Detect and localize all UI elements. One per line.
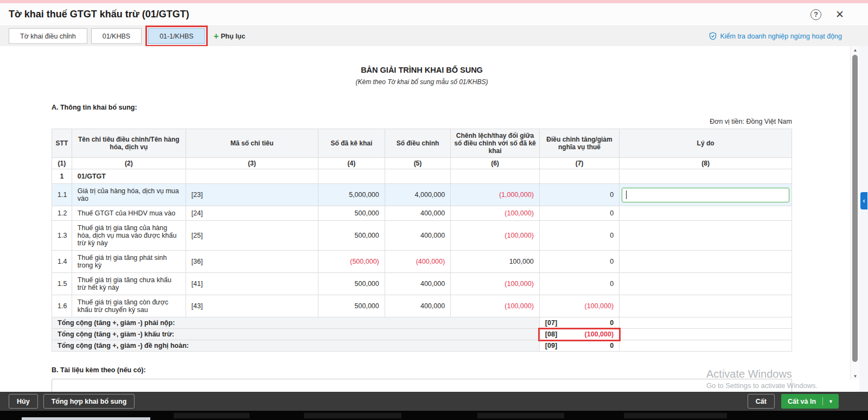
cell-difference: (100,000) [451, 221, 540, 251]
scrollbar-thumb[interactable] [852, 55, 858, 362]
caret-down-icon[interactable]: ▼ [823, 399, 839, 404]
colnum-7: (7) [539, 158, 619, 169]
cell-adjusted: 400,000 [385, 206, 450, 221]
cell-reason[interactable] [620, 295, 792, 317]
cancel-button[interactable]: Hủy [9, 394, 38, 409]
cell-stt: 1.6 [52, 295, 72, 317]
cell-code: [36] [186, 251, 318, 273]
colnum-3: (3) [186, 158, 318, 169]
table-row[interactable]: 1.5 Thuế giá trị gia tăng chưa khấu trừ … [52, 273, 792, 295]
cell-reason[interactable] [620, 221, 792, 251]
total-row-de-nghi-hoan: Tổng cộng (tăng +, giảm -) đề nghị hoàn:… [52, 340, 792, 352]
table-row[interactable]: 1.2 Thuế GTGT của HHDV mua vào [24] 500,… [52, 206, 792, 221]
cell-stt: 1.1 [52, 184, 72, 206]
cell-reason[interactable] [620, 273, 792, 295]
cell-adjusted: 400,000 [385, 273, 450, 295]
col-header-difference: Chênh lệch/thay đổi giữa số điều chỉnh v… [451, 129, 540, 158]
column-number-row: (1) (2) (3) (4) (5) (6) (7) (8) [52, 158, 792, 169]
cell-code: [43] [186, 295, 318, 317]
cell-code: [41] [186, 273, 318, 295]
taskbar-window-preview [22, 417, 150, 420]
colnum-6: (6) [451, 158, 540, 169]
tab-01-1-khbs[interactable]: 01-1/KHBS [148, 28, 205, 44]
colnum-8: (8) [620, 158, 792, 169]
total-label: Tổng cộng (tăng +, giảm -) khấu trừ: [52, 329, 540, 340]
table-row[interactable]: 1.4 Thuế giá trị gia tăng phát sinh tron… [52, 251, 792, 273]
cell-name: Thuế giá trị gia tăng của hàng hóa, dịch… [72, 221, 186, 251]
window-title: Tờ khai thuế GTGT khấu trừ (01/GTGT) [9, 9, 189, 20]
cell-obligation: (100,000) [539, 295, 619, 317]
scroll-down-arrow-icon[interactable]: ▼ [851, 372, 860, 380]
tab-to-khai-dieu-chinh[interactable]: Tờ khai điều chỉnh [9, 28, 87, 44]
cell-obligation: 0 [539, 251, 619, 273]
add-appendix-button[interactable]: + Phụ lục [214, 31, 246, 41]
form-title: BẢN GIẢI TRÌNH KHAI BỔ SUNG [52, 66, 792, 74]
cell-reason[interactable] [620, 251, 792, 273]
cell-difference: (100,000) [451, 295, 540, 317]
cell-obligation: 0 [539, 273, 619, 295]
colnum-2: (2) [72, 158, 186, 169]
table-row[interactable]: 1.6 Thuế giá trị gia tăng còn được khấu … [52, 295, 792, 317]
section-b-heading: B. Tài liệu kèm theo (nếu có): [52, 366, 792, 374]
table-row-group: 1 01/GTGT [52, 169, 792, 184]
cell-obligation: 0 [539, 206, 619, 221]
total-value-cell: [07] 0 [539, 317, 619, 329]
cell-declared: 500,000 [318, 221, 385, 251]
table-header-row: STT Tên chỉ tiêu điều chỉnh/Tên hàng hóa… [52, 129, 792, 158]
taskbar-item [624, 413, 727, 418]
cell-name: Thuế giá trị gia tăng phát sinh trong kỳ [72, 251, 186, 273]
add-appendix-label: Phụ lục [221, 33, 245, 40]
reason-input[interactable] [622, 188, 789, 202]
cell-difference: (100,000) [451, 273, 540, 295]
cell-reason [620, 184, 792, 206]
col-header-stt: STT [52, 129, 72, 158]
save-and-print-button[interactable]: Cất và In ▼ [781, 394, 839, 409]
cell-code: [24] [186, 206, 318, 221]
total-value: (100,000) [585, 330, 614, 338]
cell-adjusted: 4,000,000 [385, 184, 450, 206]
total-row-khau-tru: Tổng cộng (tăng +, giảm -) khấu trừ: [08… [52, 329, 792, 340]
table-row[interactable]: 1.1 Giá trị của hàng hóa, dịch vụ mua và… [52, 184, 792, 206]
cell-name: Thuế giá trị gia tăng còn được khấu trừ … [72, 295, 186, 317]
col-header-name: Tên chỉ tiêu điều chỉnh/Tên hàng hóa, dị… [72, 129, 186, 158]
right-edge-panel [859, 46, 868, 392]
help-icon[interactable]: ? [810, 9, 821, 20]
cell-adjusted: 400,000 [385, 221, 450, 251]
scroll-up-arrow-icon[interactable]: ▲ [851, 46, 860, 54]
total-code: [09] [545, 342, 557, 349]
cell-reason[interactable] [620, 206, 792, 221]
total-value: 0 [610, 319, 614, 327]
save-and-print-label: Cất và In [781, 398, 822, 405]
cell-code: [25] [186, 221, 318, 251]
total-label: Tổng cộng (tăng +, giảm -) đề nghị hoàn: [52, 340, 540, 352]
cell-adjusted: (400,000) [385, 251, 450, 273]
summary-declaration-button[interactable]: Tổng hợp khai bổ sung [43, 394, 135, 409]
annotation-box-active-tab: 01-1/KHBS [145, 26, 208, 47]
cell-difference: (100,000) [451, 206, 540, 221]
total-code: [07] [545, 319, 557, 327]
vertical-scrollbar[interactable]: ▲ ▼ [850, 46, 859, 380]
cell-declared: 5,000,000 [318, 184, 385, 206]
cell-difference: (1,000,000) [451, 184, 540, 206]
shield-check-icon [709, 32, 717, 40]
taskbar-item [477, 413, 564, 418]
cell-declared: (500,000) [318, 251, 385, 273]
cell-name: 01/GTGT [72, 169, 186, 184]
close-icon[interactable]: ✕ [835, 9, 844, 20]
cell-stt: 1.2 [52, 206, 72, 221]
save-button[interactable]: Cất [748, 394, 775, 409]
form-subtitle: (Kèm theo Tờ khai bổ sung mẫu số 01/KHBS… [52, 78, 792, 86]
total-value: 0 [610, 342, 614, 349]
col-header-declared: Số đã kê khai [318, 129, 385, 158]
tab-01-khbs[interactable]: 01/KHBS [91, 28, 142, 44]
collapse-panel-chevron-icon[interactable]: ‹ [860, 192, 867, 209]
plus-icon: + [214, 31, 219, 41]
adjustment-table: STT Tên chỉ tiêu điều chỉnh/Tên hàng hóa… [52, 129, 792, 352]
cell-difference: 100,000 [451, 251, 540, 273]
total-row-phai-nop: Tổng cộng (tăng +, giảm -) phải nộp: [07… [52, 317, 792, 329]
check-business-status-link[interactable]: Kiểm tra doanh nghiệp ngừng hoạt động [709, 32, 842, 40]
cell-stt: 1.4 [52, 251, 72, 273]
cell-obligation: 0 [539, 184, 619, 206]
table-row[interactable]: 1.3 Thuế giá trị gia tăng của hàng hóa, … [52, 221, 792, 251]
cell-stt: 1.3 [52, 221, 72, 251]
